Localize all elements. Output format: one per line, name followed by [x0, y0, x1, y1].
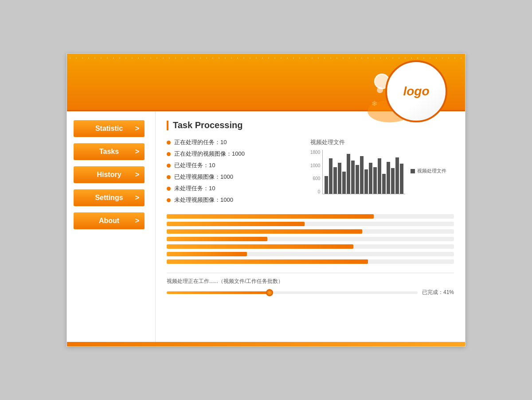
chart-bar	[333, 167, 337, 194]
progress-bar-row	[167, 252, 454, 256]
chart-bar	[329, 158, 332, 194]
main-content: Statistic Tasks History Settings About T…	[67, 111, 465, 342]
chart-bars	[322, 150, 405, 194]
chart-container: 视频处理文件 1800 1000 600 0	[310, 138, 454, 194]
stat-dot	[167, 152, 171, 156]
stats-list: 正在处理的任务：10 正在处理的视频图像：1000 已处理任务：10 已处理视频…	[167, 138, 310, 208]
stat-dot	[167, 198, 171, 202]
progress-track	[167, 222, 454, 226]
logo-circle: logo	[385, 60, 447, 122]
chart-bar	[373, 167, 377, 194]
sidebar-item-statistic[interactable]: Statistic	[74, 120, 145, 137]
chart-bar	[351, 161, 355, 194]
progress-track	[167, 244, 454, 249]
chart-title: 视频处理文件	[310, 138, 454, 146]
chart-bar	[382, 174, 386, 194]
page-title: Task Processing	[173, 120, 243, 130]
completion-fill	[167, 291, 270, 294]
chart-bar	[364, 169, 368, 194]
sidebar-item-history[interactable]: History	[74, 166, 145, 183]
sidebar-item-settings[interactable]: Settings	[74, 189, 145, 206]
progress-bar-row	[167, 214, 454, 219]
progress-track	[167, 229, 454, 234]
progress-fill	[167, 244, 353, 249]
app-container: ❄ logo Statistic Tasks History Settings …	[66, 53, 466, 347]
progress-track	[167, 259, 454, 264]
chart-y-axis: 1800 1000 600 0	[310, 150, 320, 194]
progress-fill	[167, 222, 305, 226]
logo-bubble3	[377, 87, 383, 93]
completion-track	[167, 291, 418, 294]
chart-bar	[395, 157, 399, 194]
chart-legend: 视频处理文件	[411, 168, 446, 174]
content-divider	[167, 273, 454, 273]
progress-bar-row	[167, 229, 454, 234]
header-dots	[67, 56, 465, 60]
stat-dot	[167, 164, 171, 168]
stat-item-2: 正在处理的视频图像：1000	[167, 150, 310, 158]
status-text: 视频处理正在工作......（视频文件/工作任务批数）	[167, 278, 454, 285]
progress-fill	[167, 259, 368, 264]
completion-row: 已完成：41%	[167, 289, 454, 296]
legend-dot	[411, 169, 415, 173]
completion-label: 已完成：41%	[422, 289, 454, 296]
sidebar-item-tasks[interactable]: Tasks	[74, 143, 145, 160]
chart-bar	[325, 176, 328, 194]
top-row: 正在处理的任务：10 正在处理的视频图像：1000 已处理任务：10 已处理视频…	[167, 138, 454, 208]
stat-dot	[167, 141, 171, 145]
stat-item-4: 已处理视频图像：1000	[167, 173, 310, 181]
chart-bar	[369, 163, 372, 194]
progress-track	[167, 252, 454, 256]
title-bar-accent	[167, 121, 168, 130]
content-panel: Task Processing 正在处理的任务：10 正在处理的视频图像：100…	[156, 111, 465, 342]
chart-bar	[400, 164, 403, 194]
stat-item-1: 正在处理的任务：10	[167, 138, 310, 146]
logo-text: logo	[403, 84, 429, 98]
stat-item-3: 已处理任务：10	[167, 161, 310, 169]
chart-bar	[378, 158, 381, 194]
progress-track	[167, 214, 454, 219]
header: ❄ logo	[67, 54, 465, 111]
progress-bar-row	[167, 237, 454, 241]
stat-dot	[167, 187, 171, 191]
footer-bar	[67, 342, 465, 346]
progress-section	[167, 214, 454, 264]
progress-bar-row	[167, 244, 454, 249]
sidebar: Statistic Tasks History Settings About	[67, 111, 156, 342]
chart-bar	[338, 163, 341, 194]
stat-dot	[167, 175, 171, 179]
progress-fill	[167, 237, 267, 241]
chart-bar	[356, 165, 359, 194]
chart-bar	[360, 156, 364, 194]
progress-track	[167, 237, 454, 241]
progress-bar-row	[167, 259, 454, 264]
progress-bar-row	[167, 222, 454, 226]
status-bar: 视频处理正在工作......（视频文件/工作任务批数） 已完成：41%	[167, 278, 454, 296]
snowflake-icon: ❄	[372, 99, 377, 108]
chart-bar	[347, 154, 350, 194]
chart-bar	[387, 162, 390, 194]
progress-fill	[167, 252, 247, 256]
sidebar-item-about[interactable]: About	[74, 212, 145, 229]
progress-fill	[167, 229, 362, 234]
completion-handle	[266, 289, 273, 296]
chart-bar	[342, 172, 346, 194]
progress-fill	[167, 214, 374, 219]
chart-bar	[391, 168, 395, 194]
stat-item-6: 未处理视频图像：1000	[167, 196, 310, 204]
stat-item-5: 未处理任务：10	[167, 184, 310, 192]
